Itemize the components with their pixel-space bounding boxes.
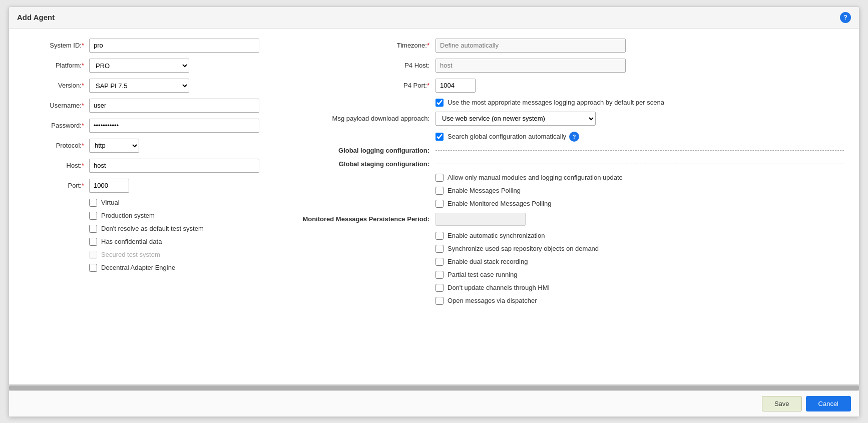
timezone-row: Timezone:* [284, 39, 844, 53]
username-label: Username:* [24, 102, 84, 109]
virtual-label: Virtual [101, 199, 120, 206]
production-checkbox-row: Production system [89, 212, 264, 220]
auto-sync-label: Enable automatic synchronization [448, 232, 545, 239]
password-label: Password:* [24, 122, 84, 129]
decentral-checkbox[interactable] [89, 264, 97, 272]
auto-sync-row: Enable automatic synchronization [436, 232, 844, 240]
secured-label: Secured test system [101, 251, 160, 258]
search-global-label: Search global configuration automaticall… [448, 133, 566, 140]
scrollbar-thumb [9, 385, 859, 390]
search-global-checkbox[interactable] [436, 133, 444, 141]
confidential-checkbox[interactable] [89, 238, 97, 246]
no-update-hmi-checkbox[interactable] [436, 284, 444, 292]
sync-sap-label: Synchronize used sap repository objects … [448, 245, 599, 252]
partial-test-checkbox[interactable] [436, 271, 444, 279]
host-label: Host:* [24, 162, 84, 169]
sync-sap-row: Synchronize used sap repository objects … [436, 245, 844, 253]
protocol-row: Protocol:* http https [24, 139, 264, 153]
partial-test-row: Partial test case running [436, 271, 844, 279]
header-help-icon[interactable]: ? [840, 12, 851, 23]
timezone-input[interactable] [436, 39, 626, 53]
decentral-label: Decentral Adapter Engine [101, 264, 175, 271]
save-button[interactable]: Save [762, 396, 802, 411]
virtual-checkbox-row: Virtual [89, 199, 264, 207]
messages-polling-checkbox[interactable] [436, 187, 444, 195]
decentral-checkbox-row: Decentral Adapter Engine [89, 264, 264, 272]
username-input[interactable] [89, 99, 259, 113]
dual-stack-label: Enable dual stack recording [448, 258, 528, 265]
msg-payload-label: Msg payload download approach: [284, 115, 429, 122]
protocol-label: Protocol:* [24, 142, 84, 149]
confidential-label: Has confidential data [101, 238, 162, 245]
version-select[interactable]: SAP PI 7.5 [89, 79, 189, 93]
add-agent-dialog: Add Agent ? System ID:* Platform:* PRO [9, 7, 859, 417]
system-id-input[interactable] [89, 39, 259, 53]
p4host-label: P4 Host: [284, 62, 429, 69]
auto-sync-checkbox[interactable] [436, 232, 444, 240]
global-logging-row: Global logging configuration: [284, 147, 844, 154]
open-messages-row: Open messages via dispatcher [436, 297, 844, 305]
dual-stack-row: Enable dual stack recording [436, 258, 844, 266]
system-id-label: System ID:* [24, 42, 84, 49]
use-appropriate-label: Use the most appropriate messages loggin… [448, 99, 664, 106]
dialog-body: System ID:* Platform:* PRO Version:* [9, 29, 859, 384]
p4port-row: P4 Port:* [284, 79, 844, 93]
global-logging-label: Global logging configuration: [284, 147, 429, 154]
left-column: System ID:* Platform:* PRO Version:* [24, 39, 264, 374]
global-staging-row: Global staging configuration: [284, 160, 844, 168]
global-staging-label: Global staging configuration: [284, 160, 429, 168]
timezone-label: Timezone:* [284, 42, 429, 49]
monitored-polling-checkbox[interactable] [436, 200, 444, 208]
p4port-input[interactable] [436, 79, 476, 93]
manual-modules-row: Allow only manual modules and logging co… [436, 174, 844, 182]
port-row: Port:* [24, 179, 264, 193]
production-checkbox[interactable] [89, 212, 97, 220]
no-resolve-checkbox[interactable] [89, 225, 97, 233]
password-row: Password:* [24, 119, 264, 133]
virtual-checkbox[interactable] [89, 199, 97, 207]
host-input[interactable] [89, 159, 259, 173]
msg-payload-select[interactable]: Use web service (on newer system) Use di… [436, 112, 596, 126]
dual-stack-checkbox[interactable] [436, 258, 444, 266]
monitored-persistence-label: Monitored Messages Persistence Period: [284, 215, 429, 223]
global-logging-dashed [436, 150, 844, 151]
secured-checkbox [89, 251, 97, 259]
sync-sap-checkbox[interactable] [436, 245, 444, 253]
open-messages-label: Open messages via dispatcher [448, 297, 537, 304]
platform-row: Platform:* PRO [24, 59, 264, 73]
monitored-polling-row: Enable Monitored Messages Polling [436, 200, 844, 208]
secured-checkbox-row: Secured test system [89, 251, 264, 259]
p4host-input[interactable] [436, 59, 626, 73]
confidential-checkbox-row: Has confidential data [89, 238, 264, 246]
right-column: Timezone:* P4 Host: P4 Port:* Use the mo… [284, 39, 844, 374]
search-global-row: Search global configuration automaticall… [436, 132, 844, 142]
password-input[interactable] [89, 119, 259, 133]
partial-test-label: Partial test case running [448, 271, 517, 278]
platform-select[interactable]: PRO [89, 59, 189, 73]
host-row: Host:* [24, 159, 264, 173]
dialog-footer: Save Cancel [9, 390, 859, 416]
no-resolve-checkbox-row: Don't resolve as default test system [89, 225, 264, 233]
monitored-polling-label: Enable Monitored Messages Polling [448, 200, 551, 207]
horizontal-scrollbar[interactable] [9, 384, 859, 390]
open-messages-checkbox[interactable] [436, 297, 444, 305]
dialog-header: Add Agent ? [9, 7, 859, 29]
version-row: Version:* SAP PI 7.5 [24, 79, 264, 93]
production-label: Production system [101, 212, 155, 219]
cancel-button[interactable]: Cancel [806, 396, 851, 411]
search-global-help-icon[interactable]: ? [569, 132, 579, 142]
protocol-select[interactable]: http https [89, 139, 139, 153]
monitored-persistence-input[interactable] [436, 213, 526, 226]
messages-polling-row: Enable Messages Polling [436, 187, 844, 195]
no-update-hmi-row: Don't update channels through HMI [436, 284, 844, 292]
no-resolve-label: Don't resolve as default test system [101, 225, 204, 232]
use-appropriate-row: Use the most appropriate messages loggin… [436, 99, 844, 107]
port-label: Port:* [24, 182, 84, 189]
p4host-row: P4 Host: [284, 59, 844, 73]
platform-label: Platform:* [24, 62, 84, 69]
manual-modules-checkbox[interactable] [436, 174, 444, 182]
use-appropriate-checkbox[interactable] [436, 99, 444, 107]
port-input[interactable] [89, 179, 129, 193]
version-label: Version:* [24, 82, 84, 89]
no-update-hmi-label: Don't update channels through HMI [448, 284, 550, 291]
